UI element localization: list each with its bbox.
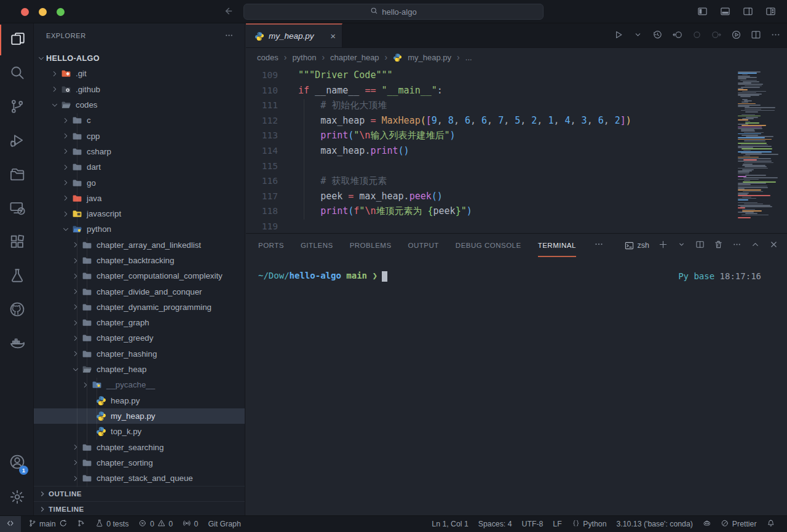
- shell-selector[interactable]: zsh: [625, 241, 649, 250]
- tree-item-heap-py[interactable]: heap.py: [34, 393, 245, 408]
- tree-item-dart[interactable]: dart: [34, 159, 245, 175]
- activity-extensions[interactable]: [0, 228, 34, 258]
- ellipsis-icon[interactable]: [770, 30, 781, 42]
- activity-search[interactable]: [0, 58, 34, 89]
- layout-customize-icon[interactable]: [765, 6, 776, 19]
- status-git-graph-branch[interactable]: [72, 516, 90, 532]
- tree-item-codes[interactable]: codes: [34, 97, 245, 113]
- go-back-icon[interactable]: [223, 6, 234, 19]
- layout-sidebar-left-icon[interactable]: [697, 6, 708, 19]
- status-prettier[interactable]: Prettier: [716, 516, 761, 532]
- status-remote-indicator[interactable]: [0, 516, 21, 532]
- activity-remote-explorer[interactable]: [0, 194, 34, 224]
- tree-item-javascript[interactable]: javascript: [34, 206, 245, 221]
- tree-item-top-k-py[interactable]: top_k.py: [34, 424, 245, 439]
- tree-item-my-heap-py[interactable]: my_heap.py: [34, 408, 245, 424]
- split-editor-icon[interactable]: [751, 30, 761, 42]
- chevron-up-icon[interactable]: [751, 240, 760, 252]
- activity-testing[interactable]: [0, 261, 34, 292]
- status-encoding[interactable]: UTF-8: [517, 516, 548, 532]
- tree-item--pycache-[interactable]: __pycache__: [34, 377, 245, 392]
- status-git-graph[interactable]: Git Graph: [203, 516, 245, 532]
- tree-item-c[interactable]: c: [34, 113, 245, 128]
- status-indentation[interactable]: Spaces: 4: [473, 516, 517, 532]
- activity-explorer[interactable]: [0, 25, 34, 55]
- ellipsis-icon[interactable]: [732, 240, 742, 252]
- code-editor[interactable]: 109"""Driver Code"""110if __name__ == "_…: [246, 66, 787, 233]
- panel-tab-terminal[interactable]: TERMINAL: [538, 234, 576, 257]
- tree-item-hello-algo[interactable]: HELLO-ALGO: [34, 50, 245, 66]
- activity-project-folder[interactable]: [0, 160, 34, 191]
- arrow-circle-left-icon[interactable]: [672, 30, 682, 42]
- split-editor-icon[interactable]: [695, 240, 705, 252]
- history-icon[interactable]: [652, 30, 663, 42]
- panel-more-tabs-icon[interactable]: [594, 239, 604, 252]
- status-python-interpreter[interactable]: 3.10.13 ('base': conda): [612, 516, 698, 532]
- activity-github[interactable]: [0, 295, 34, 326]
- plus-icon[interactable]: [658, 240, 668, 252]
- status-ports[interactable]: 0: [178, 516, 203, 532]
- activity-settings[interactable]: [0, 483, 34, 514]
- play-circle-icon[interactable]: [731, 30, 742, 42]
- panel-tab-gitlens[interactable]: GITLENS: [301, 234, 333, 257]
- command-center-search[interactable]: hello-algo: [243, 4, 544, 20]
- zoom-window-button[interactable]: [57, 8, 65, 16]
- breadcrumb-item[interactable]: python: [292, 53, 316, 62]
- status-eol[interactable]: LF: [548, 516, 566, 532]
- activity-source-control[interactable]: [0, 92, 34, 123]
- terminal[interactable]: ~/Dow/hello-algo main ❯ Py base 18:17:16: [246, 257, 787, 282]
- close-window-button[interactable]: [21, 8, 29, 16]
- status-copilot[interactable]: [698, 516, 716, 532]
- activity-run-debug[interactable]: [0, 126, 34, 157]
- tree-item-java[interactable]: java: [34, 191, 245, 206]
- tree-item--git[interactable]: .git: [34, 66, 245, 81]
- tree-item-csharp[interactable]: csharp: [34, 144, 245, 159]
- layout-sidebar-right-icon[interactable]: [743, 6, 753, 19]
- chevron-down-small-icon[interactable]: [633, 30, 643, 42]
- breadcrumb-item[interactable]: chapter_heap: [330, 53, 379, 62]
- tree-item-chapter-heap[interactable]: chapter_heap: [34, 362, 245, 377]
- tree-item--github[interactable]: .github: [34, 82, 245, 97]
- circle-icon[interactable]: [692, 30, 702, 42]
- tree-item-chapter-divide-and-conquer[interactable]: chapter_divide_and_conquer: [34, 284, 245, 299]
- status-notifications[interactable]: [762, 516, 780, 532]
- arrow-circle-right-icon[interactable]: [711, 30, 722, 42]
- close-icon[interactable]: [769, 240, 778, 252]
- close-tab-icon[interactable]: ×: [330, 31, 336, 41]
- tree-item-python[interactable]: python: [34, 221, 245, 237]
- tree-item-chapter-array-and-linkedlist[interactable]: chapter_array_and_linkedlist: [34, 237, 245, 253]
- activity-docker[interactable]: [0, 329, 34, 360]
- layout-panel-icon[interactable]: [720, 6, 730, 19]
- activity-account[interactable]: 1: [0, 448, 34, 478]
- explorer-more-actions-icon[interactable]: [224, 31, 234, 41]
- tree-item-chapter-sorting[interactable]: chapter_sorting: [34, 455, 245, 470]
- tree-item-chapter-computational-complexity[interactable]: chapter_computational_complexity: [34, 268, 245, 284]
- tree-item-chapter-graph[interactable]: chapter_graph: [34, 315, 245, 330]
- minimap[interactable]: [738, 70, 780, 218]
- status-cursor-position[interactable]: Ln 1, Col 1: [427, 516, 473, 532]
- tree-item-chapter-backtracking[interactable]: chapter_backtracking: [34, 253, 245, 268]
- panel-tab-ports[interactable]: PORTS: [258, 234, 284, 257]
- status-tests[interactable]: 0 tests: [90, 516, 134, 532]
- tree-item-chapter-searching[interactable]: chapter_searching: [34, 439, 245, 455]
- tree-item-chapter-hashing[interactable]: chapter_hashing: [34, 346, 245, 362]
- panel-tab-output[interactable]: OUTPUT: [408, 234, 439, 257]
- status-problems[interactable]: 00: [133, 516, 178, 532]
- chevron-down-small-icon[interactable]: [677, 240, 686, 252]
- timeline-section[interactable]: TIMELINE: [34, 501, 245, 515]
- breadcrumb-item[interactable]: codes: [257, 53, 279, 62]
- panel-tab-debug-console[interactable]: DEBUG CONSOLE: [456, 234, 521, 257]
- outline-section[interactable]: OUTLINE: [34, 486, 245, 501]
- minimize-window-button[interactable]: [39, 8, 47, 16]
- run-icon[interactable]: [613, 30, 623, 42]
- trash-icon[interactable]: [714, 240, 723, 252]
- panel-tab-problems[interactable]: PROBLEMS: [350, 234, 392, 257]
- tree-item-chapter-stack-and-queue[interactable]: chapter_stack_and_queue: [34, 470, 245, 486]
- breadcrumb-item[interactable]: ...: [465, 53, 472, 62]
- breadcrumb-item[interactable]: my_heap.py: [408, 53, 451, 62]
- tree-item-chapter-dynamic-programming[interactable]: chapter_dynamic_programming: [34, 300, 245, 315]
- status-language-mode[interactable]: Python: [567, 516, 612, 532]
- tree-item-chapter-greedy[interactable]: chapter_greedy: [34, 330, 245, 346]
- tab-my-heap[interactable]: my_heap.py ×: [246, 23, 342, 47]
- status-git-branch[interactable]: main: [23, 516, 73, 532]
